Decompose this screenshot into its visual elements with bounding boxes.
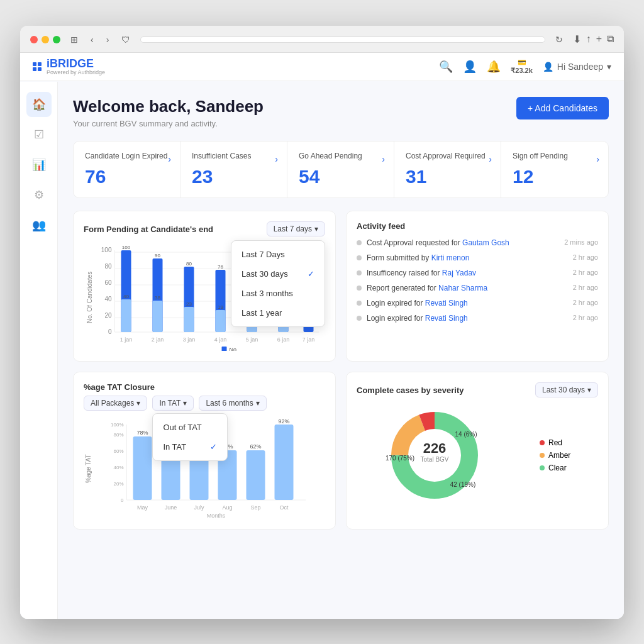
svg-text:3 jan: 3 jan: [183, 336, 196, 343]
svg-text:June: June: [165, 504, 177, 511]
chevron-down-icon: ▾: [183, 399, 187, 408]
chevron-right-icon: ›: [489, 154, 492, 164]
svg-text:5 jan: 5 jan: [246, 336, 258, 343]
option-30days[interactable]: Last 30 days ✓: [231, 264, 325, 284]
chevron-down-icon: ▾: [136, 399, 140, 408]
option-in-tat[interactable]: In TAT ✓: [153, 437, 227, 457]
option-7days[interactable]: Last 7 Days: [231, 245, 325, 264]
option-out-tat[interactable]: Out of TAT: [153, 418, 227, 437]
activity-link[interactable]: Revati Singh: [425, 314, 468, 323]
stat-card-0[interactable]: Candidate Login Expired › 76: [74, 142, 180, 198]
option-3months[interactable]: Last 3 months: [231, 284, 325, 303]
refresh-icon[interactable]: ↻: [553, 33, 565, 46]
logo: iBRIDGE Powered by Authbridge: [33, 58, 105, 75]
forward-button[interactable]: ›: [104, 33, 112, 46]
stat-card-2[interactable]: Go Ahead Pending › 54: [287, 142, 394, 198]
add-candidates-button[interactable]: + Add Candidates: [516, 97, 609, 119]
svg-text:0: 0: [108, 328, 112, 335]
download-icon[interactable]: ⬇: [573, 33, 581, 45]
bar-chart-filter[interactable]: Last 7 days ▾: [267, 221, 325, 236]
chevron-right-icon: ›: [382, 154, 385, 164]
red-dot: [540, 440, 545, 445]
user-icon: 👤: [543, 62, 553, 72]
address-bar[interactable]: [140, 36, 545, 43]
option-1year[interactable]: Last 1 year: [231, 303, 325, 323]
stat-value: 54: [299, 166, 382, 187]
svg-rect-46: [222, 347, 227, 351]
svg-text:92%: 92%: [278, 418, 289, 425]
stat-label: Cost Approval Required: [406, 152, 489, 162]
shield-icon[interactable]: 🛡: [119, 33, 133, 46]
list-item: Insufficency raised for Raj Yadav 2 hr a…: [357, 269, 598, 277]
new-tab-icon[interactable]: +: [596, 33, 602, 45]
svg-rect-15: [121, 299, 131, 332]
activity-link[interactable]: Kirti menon: [431, 253, 470, 262]
svg-text:78%: 78%: [136, 430, 148, 436]
stat-label: Insufficient Cases: [192, 152, 275, 162]
tat-filters: All Packages ▾ In TAT ▾ Out of TAT: [84, 396, 267, 411]
svg-text:40: 40: [104, 296, 112, 303]
minimize-button[interactable]: [42, 36, 49, 43]
svg-text:42 (19%): 42 (19%): [450, 481, 475, 488]
activity-title: Activity feed: [357, 221, 405, 231]
back-button[interactable]: ‹: [88, 33, 96, 46]
donut-legend: Red Amber Clear: [540, 438, 570, 472]
chevron-right-icon: ›: [275, 154, 278, 164]
tat-type-filter[interactable]: In TAT ▾: [152, 396, 194, 411]
stats-row: Candidate Login Expired › 76 Insufficien…: [73, 141, 609, 199]
svg-text:80%: 80%: [113, 432, 123, 438]
legend-clear: Clear: [540, 464, 570, 472]
list-item: Login expired for Revati Singh 2 hr ago: [357, 299, 598, 308]
user-greeting[interactable]: 👤 Hi Sandeep ▾: [543, 62, 611, 72]
sidebar-item-settings[interactable]: ⚙: [26, 182, 52, 208]
svg-text:Months: Months: [207, 513, 226, 519]
svg-rect-71: [275, 425, 294, 500]
bottom-row: %age TAT Closure All Packages ▾ In TAT ▾: [73, 372, 609, 530]
greeting-text: Hi Sandeep: [557, 62, 603, 72]
activity-link[interactable]: Raj Yadav: [442, 269, 476, 277]
chevron-down-icon: ▾: [587, 386, 591, 394]
list-item: Cost Approval requested for Gautam Gosh …: [357, 238, 598, 247]
page-header: Welcome back, Sandeep Your current BGV s…: [73, 97, 609, 128]
tat-period-filter[interactable]: Last 6 months ▾: [199, 396, 266, 411]
activity-link[interactable]: Nahar Sharma: [438, 284, 487, 292]
maximize-button[interactable]: [53, 36, 60, 43]
stat-label: Sign off Pending: [513, 152, 597, 162]
notification-icon[interactable]: 🔔: [487, 60, 501, 74]
sidebar-item-tasks[interactable]: ☑: [26, 122, 52, 147]
chevron-right-icon: ›: [168, 154, 171, 164]
svg-rect-25: [184, 307, 194, 332]
tat-period-label: Last 6 months: [206, 399, 253, 408]
sidebar: 🏠 ☑ 📊 ⚙ 👥: [20, 82, 58, 619]
sidebar-item-users[interactable]: 👥: [26, 213, 52, 238]
sidebar-item-home[interactable]: 🏠: [26, 92, 52, 117]
donut-filter-label: Last 30 days: [542, 386, 585, 394]
stat-card-1[interactable]: Insufficient Cases › 23: [180, 142, 287, 198]
close-button[interactable]: [30, 36, 38, 43]
tat-package-filter[interactable]: All Packages ▾: [84, 396, 147, 411]
stat-card-3[interactable]: Cost Approval Required › 31: [394, 142, 501, 198]
donut-filter[interactable]: Last 30 days ▾: [535, 382, 598, 397]
stat-value: 31: [406, 166, 489, 187]
donut-chart: 226 Total BGV 170 (75%) 14 (6%) 42 (19%): [384, 405, 485, 506]
logo-text: iBRIDGE: [47, 58, 105, 69]
sidebar-item-analytics[interactable]: 📊: [26, 152, 52, 177]
svg-text:90: 90: [155, 253, 160, 258]
search-icon[interactable]: 🔍: [439, 60, 453, 74]
activity-link[interactable]: Gautam Gosh: [462, 238, 509, 247]
profile-icon[interactable]: 👤: [463, 60, 477, 74]
svg-text:80: 80: [186, 261, 192, 267]
stat-card-4[interactable]: Sign off Pending › 12: [501, 142, 608, 198]
tabs-icon[interactable]: ⧉: [607, 33, 614, 45]
logo-icon: [33, 62, 42, 71]
sidebar-toggle[interactable]: ⊞: [68, 33, 80, 46]
activity-dot: [357, 270, 362, 275]
share-icon[interactable]: ↑: [586, 33, 591, 45]
wallet-balance: 💳 ₹23.2k: [511, 58, 533, 75]
bar-chart-card: Form Pending at Candidate's end Last 7 d…: [73, 211, 336, 362]
activity-link[interactable]: Revati Singh: [425, 299, 468, 308]
amber-dot: [540, 453, 545, 458]
svg-text:4 jan: 4 jan: [214, 336, 227, 343]
donut-svg: 226 Total BGV 170 (75%) 14 (6%) 42 (19%): [384, 405, 485, 506]
main-content: Welcome back, Sandeep Your current BGV s…: [58, 82, 624, 619]
